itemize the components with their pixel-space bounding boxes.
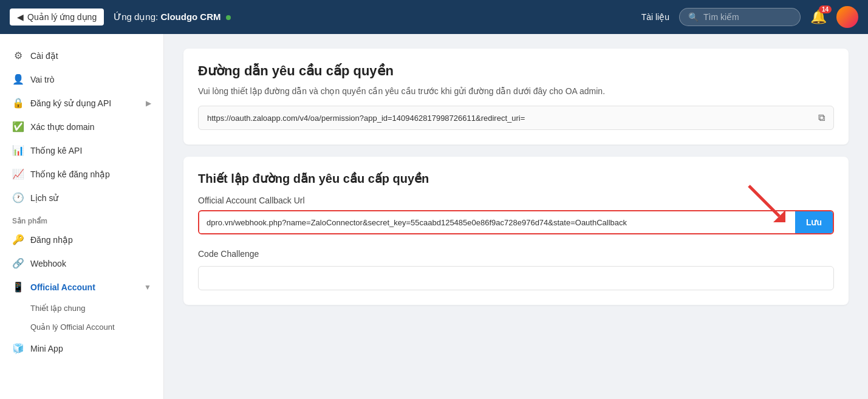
permission-url-text: https://oauth.zaloapp.com/v4/oa/permissi…	[207, 114, 812, 123]
permission-url-section: Đường dẫn yêu cầu cấp quyền Vui lòng thi…	[183, 49, 849, 145]
main-content: Đường dẫn yêu cầu cấp quyền Vui lòng thi…	[164, 34, 868, 399]
sidebar-item-label: Cài đặt	[30, 51, 58, 61]
status-dot	[226, 15, 231, 20]
sidebar-item-label: Mini App	[30, 344, 63, 353]
stats-icon: 📈	[12, 168, 24, 180]
sidebar-item-label: Đăng ký sử dụng API	[30, 98, 111, 108]
sidebar-item-label: Thống kê API	[30, 146, 82, 155]
permission-url-row: https://oauth.zaloapp.com/v4/oa/permissi…	[198, 106, 834, 130]
notification-badge: 14	[819, 5, 832, 13]
sidebar-item-label: Official Account	[30, 282, 95, 292]
sidebar-item-history[interactable]: 🕐 Lịch sử	[0, 186, 163, 210]
search-icon: 🔍	[688, 12, 699, 22]
arrow-right-icon: ▶	[146, 99, 151, 107]
setup-section: Thiết lập đường dẫn yêu cầu cấp quyền Of…	[183, 157, 849, 305]
chart-icon: 📊	[12, 145, 24, 156]
avatar[interactable]	[836, 6, 858, 28]
back-button[interactable]: ◀ Quản lý ứng dụng	[10, 9, 104, 26]
chevron-down-icon: ▼	[144, 283, 151, 292]
lock-icon: 🔒	[12, 97, 24, 109]
sidebar-item-webhook[interactable]: 🔗 Webhook	[0, 251, 163, 275]
sidebar-item-mini-app[interactable]: 🧊 Mini App	[0, 336, 163, 360]
callback-url-input[interactable]	[199, 212, 790, 233]
nav-right: Tài liệu 🔍 🔔 14	[641, 6, 858, 28]
code-challenge-group: Code Challenge	[198, 249, 834, 290]
sidebar-item-label: Vai trò	[30, 75, 54, 84]
sidebar-sub-item-thiet-lap-chung[interactable]: Thiết lập chung	[0, 299, 163, 318]
app-title: Ứng dụng: Cloudgo CRM	[114, 12, 631, 22]
sub-item-label: Quản lý Official Account	[30, 322, 115, 332]
layout: ⚙ Cài đặt 👤 Vai trò 🔒 Đăng ký sử dụng AP…	[0, 34, 868, 399]
sidebar-item-login[interactable]: 🔑 Đăng nhập	[0, 228, 163, 251]
mini-app-icon: 🧊	[12, 343, 24, 354]
user-icon: 👤	[12, 73, 24, 85]
sidebar: ⚙ Cài đặt 👤 Vai trò 🔒 Đăng ký sử dụng AP…	[0, 34, 164, 399]
sidebar-item-label: Webhook	[30, 259, 66, 268]
docs-link[interactable]: Tài liệu	[641, 12, 669, 22]
svg-line-1	[749, 186, 779, 216]
permission-title: Đường dẫn yêu cầu cấp quyền	[198, 63, 834, 79]
back-icon: ◀	[17, 12, 24, 22]
sidebar-item-label: Xác thực domain	[30, 122, 95, 132]
arrow-svg-container: Lưu	[198, 210, 834, 234]
back-label: Quản lý ứng dụng	[27, 12, 97, 22]
red-arrow-icon	[737, 180, 785, 222]
sidebar-item-settings[interactable]: ⚙ Cài đặt	[0, 44, 163, 67]
settings-icon: ⚙	[12, 50, 24, 61]
code-challenge-input[interactable]	[198, 266, 834, 290]
login-icon: 🔑	[12, 234, 24, 245]
sidebar-item-label: Thống kê đăng nhập	[30, 169, 110, 179]
sub-item-label: Thiết lập chung	[30, 304, 85, 313]
sidebar-item-label: Lịch sử	[30, 193, 58, 203]
search-box[interactable]: 🔍	[679, 8, 801, 26]
sidebar-item-api-register[interactable]: 🔒 Đăng ký sử dụng API ▶	[0, 91, 163, 115]
sidebar-sub-item-quan-ly-oa[interactable]: Quản lý Official Account	[0, 318, 163, 336]
products-section-label: Sản phẩm	[0, 210, 163, 228]
search-input[interactable]	[703, 12, 791, 22]
history-icon: 🕐	[12, 192, 24, 203]
phone-icon: 📱	[12, 281, 24, 293]
navbar: ◀ Quản lý ứng dụng Ứng dụng: Cloudgo CRM…	[0, 0, 868, 34]
save-button[interactable]: Lưu	[795, 211, 833, 233]
copy-button[interactable]: ⧉	[818, 112, 825, 123]
sidebar-item-domain-verify[interactable]: ✅ Xác thực domain	[0, 115, 163, 138]
sidebar-item-api-stats[interactable]: 📊 Thống kê API	[0, 138, 163, 162]
sidebar-item-label: Đăng nhập	[30, 235, 73, 245]
sidebar-item-official-account[interactable]: 📱 Official Account ▼	[0, 275, 163, 299]
notification-button[interactable]: 🔔 14	[810, 9, 827, 25]
webhook-icon: 🔗	[12, 257, 24, 269]
check-icon: ✅	[12, 121, 24, 132]
permission-description: Vui lòng thiết lập đường dẫn và chọn quy…	[198, 86, 834, 96]
code-challenge-label: Code Challenge	[198, 249, 834, 259]
sidebar-item-roles[interactable]: 👤 Vai trò	[0, 67, 163, 91]
sidebar-item-login-stats[interactable]: 📈 Thống kê đăng nhập	[0, 162, 163, 186]
